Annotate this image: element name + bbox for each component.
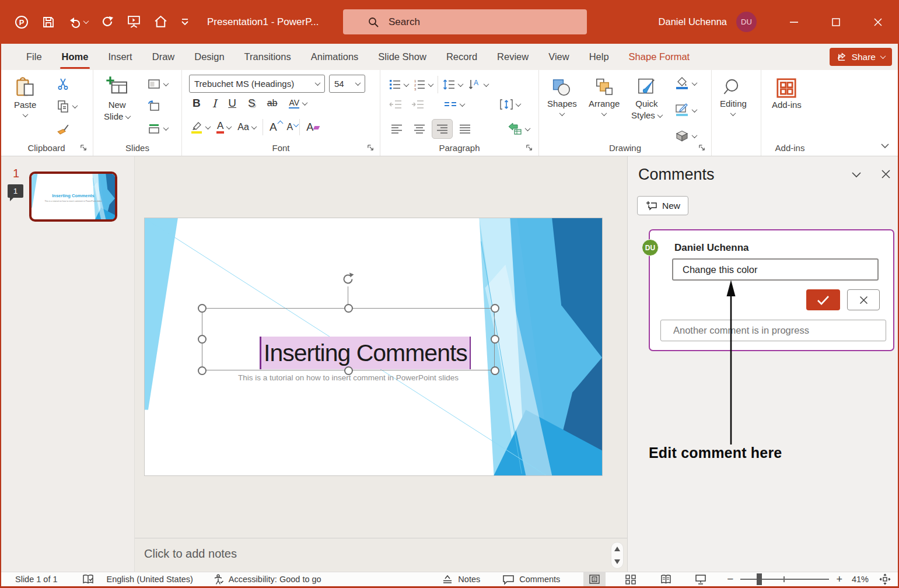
text-direction-button[interactable]: A <box>467 78 488 91</box>
minimize-button[interactable] <box>773 0 815 44</box>
user-avatar[interactable]: DU <box>736 12 757 32</box>
collapse-ribbon-chevron[interactable] <box>880 143 890 149</box>
underline-button[interactable]: U <box>228 97 236 110</box>
cut-button[interactable] <box>56 77 70 91</box>
user-name[interactable]: Daniel Uchenna <box>659 16 727 27</box>
numbering-button[interactable]: 123 <box>413 78 433 91</box>
new-slide-button[interactable]: New Slide <box>104 76 130 123</box>
align-left-button[interactable] <box>386 119 407 139</box>
quick-styles-chevron[interactable] <box>657 112 663 118</box>
search-box[interactable]: Search <box>343 9 587 34</box>
save-icon[interactable] <box>41 15 55 29</box>
slide-indicator[interactable]: Slide 1 of 1 <box>15 575 58 584</box>
handle-bottom-right[interactable] <box>491 366 499 375</box>
slide-title-highlighted[interactable]: Inserting Comments <box>260 337 471 369</box>
shapes-button[interactable]: Shapes <box>547 77 577 116</box>
shape-fill-button[interactable] <box>674 76 697 91</box>
font-dialog-launcher[interactable] <box>367 144 375 152</box>
tab-animations[interactable]: Animations <box>301 44 369 70</box>
paragraph-dialog-launcher[interactable] <box>526 144 533 152</box>
redo-icon[interactable] <box>100 15 114 29</box>
customize-qat-chevron-icon[interactable] <box>180 18 190 27</box>
addins-button[interactable]: Add-ins <box>772 77 802 111</box>
zoom-slider[interactable] <box>740 573 829 585</box>
section-button[interactable] <box>147 121 168 135</box>
change-case-button[interactable]: Aa <box>237 122 256 132</box>
decrease-indent-button[interactable] <box>389 99 403 110</box>
character-spacing-button[interactable]: AV <box>289 99 307 108</box>
comment-save-button[interactable] <box>806 289 840 310</box>
clipboard-dialog-launcher[interactable] <box>80 144 88 152</box>
copy-button[interactable] <box>56 99 77 113</box>
comments-toggle-button[interactable]: Comments <box>502 574 560 585</box>
tab-slide-show[interactable]: Slide Show <box>368 44 436 70</box>
bold-button[interactable]: B <box>193 97 201 110</box>
increase-indent-button[interactable] <box>411 99 425 110</box>
slide-thumbnail[interactable]: Inserting Comments This is a tutorial on… <box>29 172 117 222</box>
handle-bottom-center[interactable] <box>344 366 353 375</box>
smartart-button[interactable] <box>508 122 530 136</box>
comment-text-input[interactable] <box>672 258 879 281</box>
shrink-font-button[interactable]: A <box>287 122 293 132</box>
comment-reply-input[interactable] <box>660 320 886 341</box>
clear-formatting-button[interactable]: A <box>306 121 313 134</box>
bullets-button[interactable] <box>389 78 408 91</box>
accessibility-status[interactable]: Accessibility: Good to go <box>229 575 321 584</box>
scroll-up-icon[interactable] <box>614 547 620 551</box>
quick-styles-button[interactable]: Quick Styles <box>631 77 662 121</box>
undo-dropdown-chevron[interactable] <box>83 18 89 24</box>
align-center-button[interactable] <box>409 119 430 139</box>
comment-cancel-button[interactable] <box>847 289 880 310</box>
tab-file[interactable]: File <box>16 44 52 70</box>
tab-design[interactable]: Design <box>184 44 234 70</box>
tab-insert[interactable]: Insert <box>98 44 142 70</box>
slide-sorter-view-button[interactable] <box>620 572 642 586</box>
slide-layout-chevron[interactable] <box>163 80 169 86</box>
paste-dropdown-chevron[interactable] <box>22 111 28 117</box>
handle-top-left[interactable] <box>198 304 207 313</box>
paste-button[interactable]: Paste <box>14 77 36 117</box>
shape-effects-button[interactable] <box>674 128 697 144</box>
editing-button[interactable]: Editing <box>720 77 747 116</box>
align-text-button[interactable] <box>499 98 520 111</box>
rotation-handle-icon[interactable] <box>340 271 356 287</box>
notes-placeholder[interactable]: Click to add notes <box>144 547 237 561</box>
arrange-button[interactable]: Arrange <box>589 77 620 116</box>
format-painter-button[interactable] <box>56 121 71 136</box>
italic-button[interactable]: I <box>212 97 217 110</box>
close-button[interactable] <box>857 0 899 44</box>
notes-scrollbar[interactable] <box>611 542 624 569</box>
comment-count-badge[interactable]: 1 <box>8 184 23 198</box>
shape-outline-button[interactable] <box>674 103 697 118</box>
undo-button[interactable] <box>68 15 88 29</box>
handle-top-right[interactable] <box>491 304 499 313</box>
notes-toggle-button[interactable]: Notes <box>442 574 480 584</box>
normal-view-button[interactable] <box>583 572 606 586</box>
align-right-button[interactable] <box>432 119 453 139</box>
font-name-combo[interactable]: Trebuchet MS (Headings) <box>189 75 325 93</box>
handle-middle-right[interactable] <box>491 335 499 344</box>
home-icon[interactable] <box>153 15 168 29</box>
maximize-button[interactable] <box>815 0 857 44</box>
zoom-out-button[interactable]: − <box>727 573 733 586</box>
highlight-button[interactable] <box>190 120 210 134</box>
tab-draw[interactable]: Draw <box>142 44 185 70</box>
tab-review[interactable]: Review <box>487 44 538 70</box>
zoom-in-button[interactable]: + <box>836 573 842 586</box>
slideshow-view-button[interactable] <box>690 572 712 586</box>
justify-button[interactable] <box>454 119 475 139</box>
editing-chevron[interactable] <box>730 110 736 116</box>
columns-button[interactable] <box>443 99 464 110</box>
handle-bottom-left[interactable] <box>198 366 207 375</box>
powerpoint-logo-icon[interactable]: P <box>14 15 29 30</box>
new-comment-button[interactable]: New <box>637 196 688 215</box>
language-indicator[interactable]: English (United States) <box>107 575 193 584</box>
tab-record[interactable]: Record <box>436 44 487 70</box>
accessibility-button[interactable] <box>213 574 224 585</box>
line-spacing-button[interactable] <box>443 78 463 91</box>
grow-font-button[interactable]: A <box>270 121 277 134</box>
font-color-button[interactable]: A <box>216 121 231 134</box>
strikethrough-button[interactable]: ab <box>267 98 278 108</box>
fit-to-window-button[interactable] <box>879 573 891 585</box>
share-dropdown-chevron[interactable] <box>880 53 886 59</box>
